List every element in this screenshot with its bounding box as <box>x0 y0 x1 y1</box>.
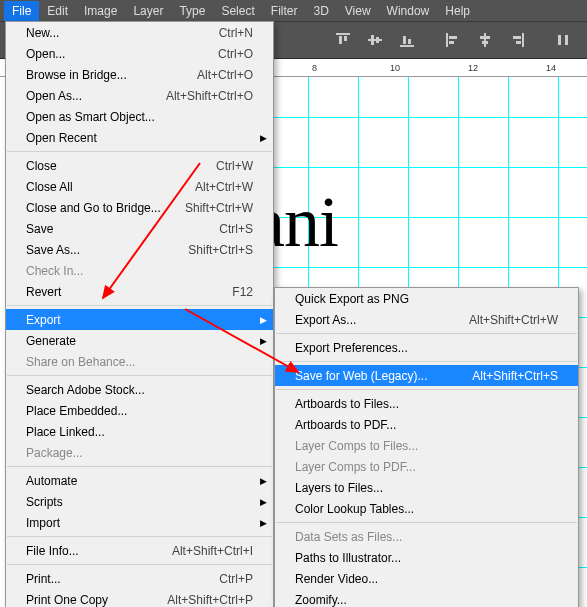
svg-rect-17 <box>480 36 490 39</box>
svg-rect-15 <box>449 41 454 44</box>
file-menu-item-scripts[interactable]: Scripts▶ <box>6 491 273 512</box>
menu-item-label: Package... <box>26 446 253 460</box>
menu-separator <box>276 361 577 362</box>
file-menu-item-search-adobe-stock[interactable]: Search Adobe Stock... <box>6 379 273 400</box>
export-menu-item-export-preferences[interactable]: Export Preferences... <box>275 337 578 358</box>
menubar-item-view[interactable]: View <box>337 1 379 21</box>
menu-item-label: Share on Behance... <box>26 355 253 369</box>
file-menu-dropdown: New...Ctrl+NOpen...Ctrl+OBrowse in Bridg… <box>5 21 274 607</box>
file-menu-item-import[interactable]: Import▶ <box>6 512 273 533</box>
file-menu-item-close[interactable]: CloseCtrl+W <box>6 155 273 176</box>
export-menu-item-layer-comps-to-pdf: Layer Comps to PDF... <box>275 456 578 477</box>
file-menu-item-save[interactable]: SaveCtrl+S <box>6 218 273 239</box>
file-menu-item-new[interactable]: New...Ctrl+N <box>6 22 273 43</box>
menu-item-shortcut: Ctrl+N <box>219 26 253 40</box>
menubar-item-file[interactable]: File <box>4 1 39 21</box>
file-menu-item-file-info[interactable]: File Info...Alt+Shift+Ctrl+I <box>6 540 273 561</box>
menubar-item-image[interactable]: Image <box>76 1 125 21</box>
svg-rect-20 <box>513 36 521 39</box>
file-menu-item-open-as[interactable]: Open As...Alt+Shift+Ctrl+O <box>6 85 273 106</box>
menu-item-label: Search Adobe Stock... <box>26 383 253 397</box>
file-menu-item-open[interactable]: Open...Ctrl+O <box>6 43 273 64</box>
align-vcenter-icon[interactable] <box>361 26 389 54</box>
menu-item-label: Data Sets as Files... <box>295 530 558 544</box>
menubar: FileEditImageLayerTypeSelectFilter3DView… <box>0 0 587 21</box>
file-menu-item-place-linked[interactable]: Place Linked... <box>6 421 273 442</box>
file-menu-item-check-in: Check In... <box>6 260 273 281</box>
menu-item-label: Place Linked... <box>26 425 253 439</box>
file-menu-item-share-on-behance: Share on Behance... <box>6 351 273 372</box>
menu-item-label: Layers to Files... <box>295 481 558 495</box>
menu-item-label: Automate <box>26 474 253 488</box>
distribute-icon[interactable] <box>549 26 577 54</box>
submenu-arrow-icon: ▶ <box>260 518 267 528</box>
submenu-arrow-icon: ▶ <box>260 497 267 507</box>
menu-item-shortcut: Alt+Shift+Ctrl+O <box>166 89 253 103</box>
menu-item-label: Save As... <box>26 243 188 257</box>
align-right-icon[interactable] <box>503 26 531 54</box>
file-menu-item-open-recent[interactable]: Open Recent▶ <box>6 127 273 148</box>
submenu-arrow-icon: ▶ <box>260 133 267 143</box>
menubar-item-type[interactable]: Type <box>171 1 213 21</box>
align-top-icon[interactable] <box>329 26 357 54</box>
file-menu-item-save-as[interactable]: Save As...Shift+Ctrl+S <box>6 239 273 260</box>
export-menu-item-color-lookup-tables[interactable]: Color Lookup Tables... <box>275 498 578 519</box>
file-menu-item-revert[interactable]: RevertF12 <box>6 281 273 302</box>
svg-rect-23 <box>565 35 568 45</box>
menu-item-label: Export As... <box>295 313 469 327</box>
menu-item-shortcut: Alt+Shift+Ctrl+P <box>167 593 253 607</box>
svg-rect-12 <box>408 39 411 44</box>
menu-item-label: Artboards to Files... <box>295 397 558 411</box>
menubar-item-edit[interactable]: Edit <box>39 1 76 21</box>
ruler-tick: 10 <box>390 63 400 73</box>
svg-rect-6 <box>344 36 347 41</box>
menubar-item-window[interactable]: Window <box>379 1 438 21</box>
file-menu-item-print-one-copy[interactable]: Print One CopyAlt+Shift+Ctrl+P <box>6 589 273 607</box>
menu-item-shortcut: Ctrl+W <box>216 159 253 173</box>
ruler-tick: 8 <box>312 63 317 73</box>
export-menu-item-paths-to-illustrator[interactable]: Paths to Illustrator... <box>275 547 578 568</box>
file-menu-item-place-embedded[interactable]: Place Embedded... <box>6 400 273 421</box>
export-menu-item-artboards-to-files[interactable]: Artboards to Files... <box>275 393 578 414</box>
export-menu-item-save-for-web-legacy[interactable]: Save for Web (Legacy)...Alt+Shift+Ctrl+S <box>275 365 578 386</box>
menu-item-label: Close <box>26 159 216 173</box>
menu-item-label: Print... <box>26 572 219 586</box>
file-menu-item-automate[interactable]: Automate▶ <box>6 470 273 491</box>
file-menu-item-export[interactable]: Export▶ <box>6 309 273 330</box>
menubar-item-filter[interactable]: Filter <box>263 1 306 21</box>
export-menu-item-quick-export-as-png[interactable]: Quick Export as PNG <box>275 288 578 309</box>
export-menu-item-artboards-to-pdf[interactable]: Artboards to PDF... <box>275 414 578 435</box>
menu-item-label: Scripts <box>26 495 253 509</box>
menu-item-label: Print One Copy <box>26 593 167 607</box>
file-menu-item-browse-in-bridge[interactable]: Browse in Bridge...Alt+Ctrl+O <box>6 64 273 85</box>
menubar-item-select[interactable]: Select <box>213 1 262 21</box>
export-menu-item-layer-comps-to-files: Layer Comps to Files... <box>275 435 578 456</box>
menubar-item-layer[interactable]: Layer <box>125 1 171 21</box>
align-hcenter-icon[interactable] <box>471 26 499 54</box>
menu-item-shortcut: Alt+Ctrl+O <box>197 68 253 82</box>
align-left-icon[interactable] <box>439 26 467 54</box>
file-menu-item-open-as-smart-object[interactable]: Open as Smart Object... <box>6 106 273 127</box>
export-menu-item-render-video[interactable]: Render Video... <box>275 568 578 589</box>
menu-item-label: Export Preferences... <box>295 341 558 355</box>
export-menu-item-zoomify[interactable]: Zoomify... <box>275 589 578 607</box>
menu-item-label: Layer Comps to Files... <box>295 439 558 453</box>
menubar-item-help[interactable]: Help <box>437 1 478 21</box>
file-menu-item-generate[interactable]: Generate▶ <box>6 330 273 351</box>
menu-item-label: Generate <box>26 334 253 348</box>
export-menu-item-export-as[interactable]: Export As...Alt+Shift+Ctrl+W <box>275 309 578 330</box>
menu-item-shortcut: Alt+Shift+Ctrl+W <box>469 313 558 327</box>
menubar-item-3d[interactable]: 3D <box>305 1 336 21</box>
svg-rect-5 <box>339 36 342 44</box>
menu-item-label: Layer Comps to PDF... <box>295 460 558 474</box>
file-menu-item-close-all[interactable]: Close AllAlt+Ctrl+W <box>6 176 273 197</box>
align-bottom-icon[interactable] <box>393 26 421 54</box>
menu-item-label: Render Video... <box>295 572 558 586</box>
export-menu-item-layers-to-files[interactable]: Layers to Files... <box>275 477 578 498</box>
menu-item-shortcut: Ctrl+P <box>219 572 253 586</box>
submenu-arrow-icon: ▶ <box>260 315 267 325</box>
menu-item-label: Revert <box>26 285 232 299</box>
file-menu-item-print[interactable]: Print...Ctrl+P <box>6 568 273 589</box>
file-menu-item-close-and-go-to-bridge[interactable]: Close and Go to Bridge...Shift+Ctrl+W <box>6 197 273 218</box>
menu-item-label: Open As... <box>26 89 166 103</box>
